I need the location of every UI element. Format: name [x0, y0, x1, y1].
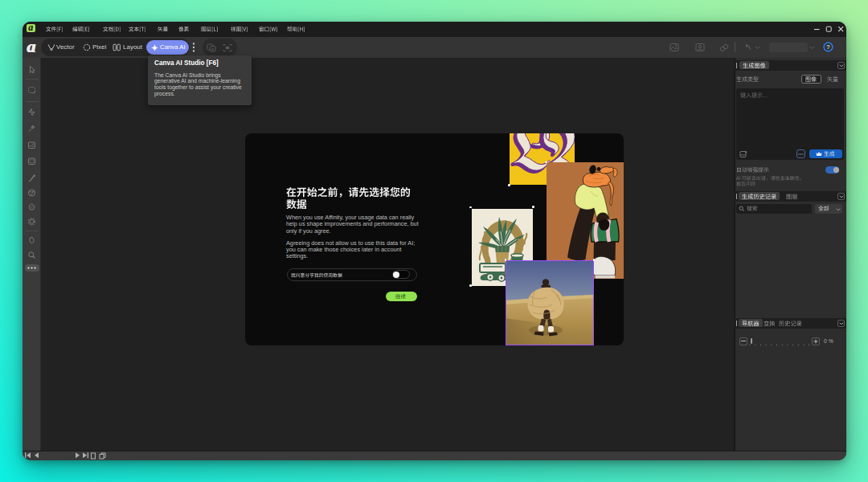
svg-text:?: ? — [826, 43, 830, 51]
